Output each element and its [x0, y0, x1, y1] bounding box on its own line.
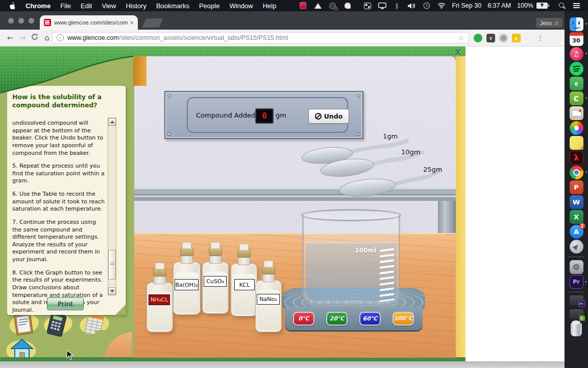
lab-close-button[interactable]: X	[451, 48, 464, 58]
bookmark-star-icon[interactable]: ☆	[458, 34, 464, 42]
grammarly-extension-icon[interactable]	[474, 34, 482, 42]
camtasia-dock-icon[interactable]: C	[570, 91, 583, 105]
tab-close-icon[interactable]: ×	[130, 19, 134, 27]
yellow-c-extension-icon[interactable]: c	[512, 34, 521, 42]
mail-dock-icon[interactable]	[570, 106, 583, 120]
beaker-glass: 100ml	[302, 215, 400, 306]
music-dock-icon[interactable]: ♫	[570, 47, 583, 61]
temp-button-0c[interactable]: 0°C	[293, 312, 314, 326]
tab-bar: www.glencoe.com/sites/comm × Jess ⚠	[0, 11, 567, 30]
evernote-status-icon[interactable]	[343, 2, 352, 10]
page-info-icon[interactable]: i	[57, 34, 64, 41]
compound-added-display: 0	[255, 108, 274, 124]
app-store-badge: 2	[579, 223, 585, 229]
temp-button-20c[interactable]: 20°C	[326, 312, 348, 326]
tab-title: www.glencoe.com/sites/comm	[54, 19, 128, 26]
beaker-graduations	[380, 248, 394, 302]
reload-button[interactable]	[29, 33, 41, 42]
menu-file[interactable]: File	[60, 2, 71, 10]
menu-chrome[interactable]: Chrome	[26, 2, 51, 10]
temp-button-60c[interactable]: 60°C	[359, 312, 381, 326]
scroll-up-arrow[interactable]	[108, 118, 116, 126]
bootcamp-icon[interactable]	[363, 2, 372, 10]
bottle-label-kcl[interactable]: KCL	[234, 279, 255, 290]
bottle-label-nano3[interactable]: NaNo₃	[257, 294, 280, 305]
instructions-scrollbar[interactable]	[108, 118, 116, 295]
address-field[interactable]: i www.glencoe.com /sites/common_assets/s…	[52, 32, 469, 43]
profile-button[interactable]: Jess ⚠	[536, 18, 562, 28]
instruction-paragraph: undissolved compound will appear at the …	[12, 120, 106, 157]
chrome-dock-icon[interactable]	[570, 166, 583, 179]
menu-help[interactable]: Help	[263, 2, 277, 10]
menu-edit[interactable]: Edit	[81, 2, 92, 10]
menu-window[interactable]: Window	[229, 2, 253, 10]
back-button[interactable]: ←	[4, 33, 16, 42]
recording-status-icon[interactable]	[299, 2, 307, 10]
time-machine-icon[interactable]	[422, 2, 431, 10]
evernote-dock-icon[interactable]: e	[570, 77, 583, 90]
dock: 30 ♫ e C λ P W X A2 ⚙ Pr Pr C	[565, 11, 588, 368]
wifi-icon[interactable]	[437, 2, 446, 10]
window-zoom-button[interactable]	[29, 18, 34, 24]
finder-dock-icon[interactable]	[570, 17, 583, 31]
acrobat-dock-icon[interactable]: λ	[570, 151, 583, 165]
stickies-dock-icon[interactable]	[570, 136, 583, 150]
system-preferences-dock-icon[interactable]: ⚙	[570, 260, 583, 274]
notification-center-icon[interactable]	[572, 2, 581, 10]
app-store-dock-icon[interactable]: A2	[570, 225, 583, 239]
photos-dock-icon[interactable]	[570, 121, 583, 135]
temp-button-100c[interactable]: 100°C	[393, 312, 414, 326]
bluetooth-icon[interactable]: ᛒ	[393, 2, 401, 10]
spotlight-icon[interactable]	[557, 2, 566, 10]
spotify-dock-icon[interactable]	[570, 62, 583, 76]
google-drive-icon[interactable]	[313, 2, 322, 10]
scroll-down-arrow[interactable]	[108, 287, 116, 295]
undo-button[interactable]: Undo	[308, 109, 349, 124]
minimized-premiere-window[interactable]: Pr	[570, 295, 583, 306]
premiere-dock-icon[interactable]: Pr	[570, 275, 583, 289]
apple-menu-icon[interactable]	[9, 2, 16, 10]
menubar-date[interactable]: Fri Sep 30	[452, 2, 481, 9]
word-dock-icon[interactable]: W	[570, 195, 583, 209]
adobe-cc-warning-icon[interactable]: ⚠	[328, 2, 337, 10]
no-symbol-icon	[315, 113, 322, 120]
bottle-nh4cl[interactable]	[146, 282, 173, 332]
home-button[interactable]: ⌂	[41, 33, 53, 42]
bottle-stopper	[264, 261, 273, 267]
bottle-label-baoh2[interactable]: Ba(OH)₂	[175, 279, 199, 290]
pocket-extension-icon[interactable]: ∨	[486, 34, 495, 42]
menu-view[interactable]: View	[102, 2, 116, 10]
launchpad-dock-icon[interactable]	[570, 240, 583, 254]
battery-percent[interactable]: 100%	[517, 2, 533, 9]
minimized-camtasia-window[interactable]: C	[570, 309, 583, 319]
video-extension-icon[interactable]	[499, 34, 508, 42]
window-close-button[interactable]	[8, 18, 14, 24]
bottle-label-nh4cl[interactable]: NH₄CL	[149, 294, 170, 305]
page-bottom-edge	[0, 361, 567, 368]
airplay-display-icon[interactable]	[378, 2, 386, 10]
bottle-nano3[interactable]	[255, 280, 282, 332]
excel-dock-icon[interactable]: X	[570, 210, 583, 224]
menu-bookmarks[interactable]: Bookmarks	[156, 2, 189, 10]
menu-history[interactable]: History	[126, 2, 146, 10]
beaker[interactable]: 100ml	[302, 214, 402, 309]
screw-icon	[357, 94, 360, 98]
calendar-dock-icon[interactable]: 30	[570, 32, 583, 46]
new-tab-button[interactable]	[142, 18, 163, 28]
scrollbar-thumb[interactable]	[108, 250, 116, 280]
forward-button[interactable]: →	[16, 33, 29, 42]
menubar-time[interactable]: 6:37 AM	[487, 2, 511, 9]
window-minimize-button[interactable]	[18, 18, 24, 24]
powerpoint-dock-icon[interactable]: P	[570, 180, 583, 194]
url-bar: ← → ⌂ i www.glencoe.com /sites/common_as…	[0, 30, 567, 47]
menu-people[interactable]: People	[199, 2, 219, 10]
trash-dock-icon[interactable]	[571, 323, 582, 336]
browser-tab[interactable]: www.glencoe.com/sites/comm ×	[40, 15, 138, 30]
screw-icon	[167, 132, 171, 136]
url-path: /sites/common_assets/science/virtual_lab…	[119, 34, 288, 41]
print-button[interactable]: Print	[47, 297, 84, 310]
volume-icon[interactable]	[407, 2, 416, 10]
bottle-cuso4[interactable]	[202, 262, 229, 314]
bottle-label-cuso4[interactable]: CuSO₄	[204, 276, 227, 287]
browser-menu-icon[interactable]: ⋮	[536, 34, 545, 42]
